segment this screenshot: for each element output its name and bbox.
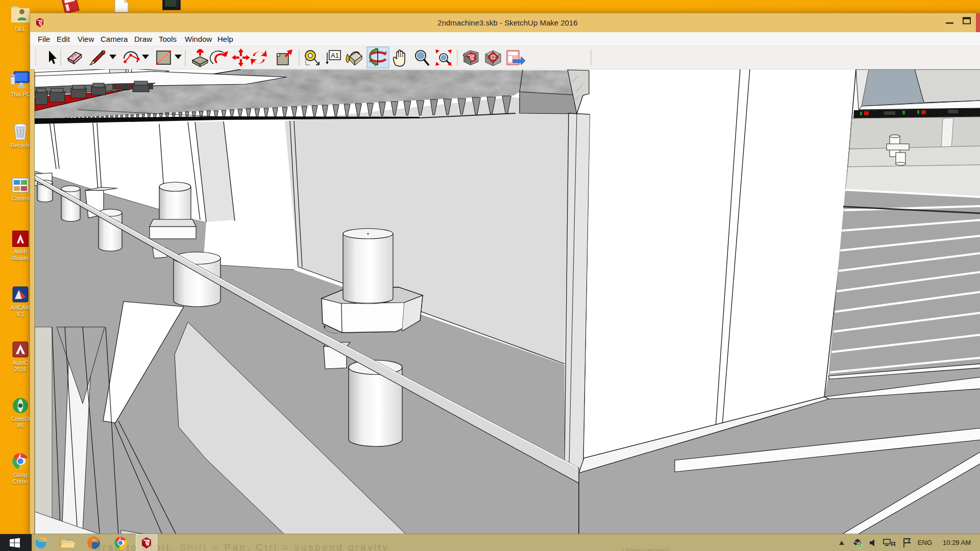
svg-text:A1: A1 [331, 52, 339, 59]
